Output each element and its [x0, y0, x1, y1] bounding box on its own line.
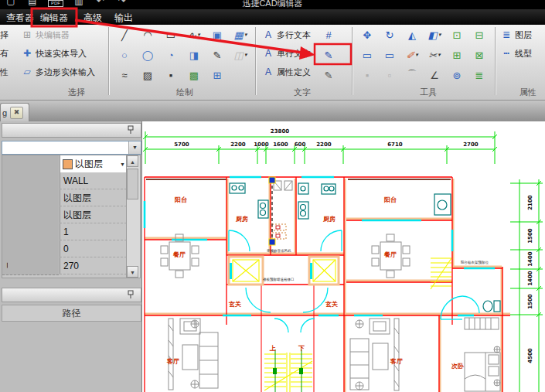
edit-attr-tool[interactable]: ✎ — [320, 66, 337, 84]
tab-advanced[interactable]: 高级 — [77, 11, 108, 25]
clipped-button-props[interactable]: 性 — [0, 66, 11, 78]
align-top-tool[interactable]: ▭ — [357, 46, 377, 63]
grip-top[interactable] — [269, 177, 275, 183]
document-tab-name: g — [2, 108, 7, 118]
dim-label: 2700 — [463, 141, 479, 148]
property-value-scale[interactable]: 1 — [60, 223, 127, 240]
grip-bottom[interactable] — [269, 239, 275, 245]
hatch-tool[interactable]: ▨ — [138, 66, 158, 84]
trim-tool[interactable]: ✂▾ — [424, 46, 445, 63]
dim-label: 1400 — [527, 251, 533, 267]
ellipse-tool[interactable]: ◯ — [138, 46, 158, 63]
region-tool[interactable]: ◫▾ — [230, 46, 250, 63]
add-db-tool[interactable]: ≣ — [469, 66, 489, 84]
dim-label: 6710 — [387, 141, 403, 148]
polygon-entity-input-button[interactable]: ▱ 多边形实体输入 — [22, 65, 95, 79]
tab-output[interactable]: 输出 — [108, 11, 139, 25]
viewport-tool[interactable]: ◧▾ — [424, 26, 445, 43]
pin-icon[interactable] — [127, 290, 135, 299]
dim-label: 2100 — [527, 195, 533, 210]
toilet — [483, 301, 500, 312]
group-separator — [255, 27, 256, 95]
bring-front-tool[interactable]: ⊡ — [447, 26, 467, 43]
property-value-angle[interactable]: 270 — [60, 257, 127, 274]
property-value-lineweight[interactable]: 以图层 — [60, 206, 127, 223]
fillet-tool[interactable]: ⌒ — [402, 66, 422, 84]
point-tool[interactable]: ▪ — [161, 66, 181, 84]
rectangle-tool[interactable]: ▭ — [161, 26, 181, 43]
block-editor-button[interactable]: ⊞ 块编辑器 — [22, 28, 70, 42]
polyline-tool[interactable]: ∿▾ — [184, 26, 204, 43]
chevron-down-icon: ▾ — [438, 32, 441, 38]
spline-tool[interactable]: ≈ — [114, 66, 135, 84]
room-label-dining-right: 餐厅 — [383, 251, 397, 258]
viewport-icon: ◧ — [428, 29, 438, 41]
group-tool[interactable]: ⊚ — [447, 66, 467, 84]
pencil-tool[interactable]: ✎ — [207, 46, 227, 63]
group-separator — [108, 27, 109, 95]
panel-scrollbar[interactable]: ▲ ▼ — [126, 155, 141, 278]
kitchen-fixtures-left — [230, 183, 268, 218]
attrdef-button[interactable]: A 属性定义 — [263, 65, 311, 79]
chevron-down-icon[interactable]: ▼ — [120, 162, 125, 167]
table-tool[interactable]: ⊞ — [207, 66, 227, 84]
arc-tool[interactable]: ◔ — [161, 46, 181, 63]
tab-editor[interactable]: 编辑器 — [34, 11, 74, 25]
rotate-tool[interactable]: ↻ — [380, 26, 400, 43]
edit-text-tool[interactable]: ✎ — [320, 46, 337, 63]
stext-button[interactable]: A 单行文本 — [263, 46, 311, 60]
line-tool[interactable]: ╱ — [114, 26, 135, 43]
block-import-tool[interactable]: ▣ — [207, 26, 227, 43]
send-back-tool[interactable]: ⊟ — [469, 26, 489, 43]
color-combobox[interactable]: 以图层 ▼ — [60, 155, 128, 172]
chevron-down-icon: ▾ — [244, 52, 247, 58]
room-label-entry-right: 玄关 — [325, 301, 338, 308]
chevron-down-icon[interactable]: ▼ — [128, 141, 141, 154]
linetype-button[interactable]: ┅ 线型 — [501, 46, 532, 60]
color-swatch — [63, 159, 73, 169]
property-filter-dropdown[interactable]: ▼ — [2, 141, 141, 155]
property-value-linetype[interactable]: 以图层 — [60, 189, 127, 206]
image-tool[interactable]: ▩ — [184, 66, 204, 84]
revcloud-tool[interactable]: ◠ — [138, 26, 158, 43]
document-tab-bar: g ✖ — [0, 101, 545, 122]
color-picker-tool[interactable]: ✐▾ — [402, 46, 422, 63]
property-value-layer[interactable]: WALL — [60, 172, 127, 189]
layers-icon: ≣ — [501, 29, 512, 40]
document-tab[interactable]: g ✖ — [0, 103, 29, 122]
block-editor-label: 块编辑器 — [36, 29, 70, 41]
mirror-tool[interactable]: ◭ — [402, 26, 422, 43]
drawing-canvas[interactable]: 23800 5700 2200 1000 1600 600 2200 6710 … — [142, 121, 545, 392]
order-up-tool[interactable]: ⊞ — [447, 46, 467, 63]
path-panel-title: 路径 — [2, 305, 141, 322]
layers-button[interactable]: ≣ 图层 — [501, 28, 532, 42]
property-label-cell — [2, 189, 59, 207]
order-down-tool[interactable]: ⊠ — [469, 46, 489, 63]
sofa-set-left — [169, 319, 218, 390]
property-grid: 以图层 ▼ WALL 以图层 以图层 1 0 270 刂 — [2, 155, 128, 278]
ribbon: 择 有 性 ⊞ 块编辑器 ✚ 快速实体导入 ▱ 多边形实体输入 选择 ╱ ◠ ▭… — [0, 25, 545, 101]
circle-tool[interactable]: ○ — [114, 46, 135, 63]
room-label-kitchen-right: 厨房 — [322, 215, 336, 223]
pin-icon[interactable] — [127, 125, 135, 135]
wipeout-tool[interactable]: ◨ — [184, 46, 204, 63]
clipped-button-select[interactable]: 择 — [0, 29, 11, 41]
close-icon[interactable]: ✖ — [10, 107, 23, 119]
boundary-tool[interactable]: ▦▾ — [230, 26, 250, 43]
clipped-button-all[interactable]: 有 — [0, 48, 11, 60]
property-value-thickness[interactable]: 0 — [60, 240, 127, 257]
dim-label: 2200 — [316, 141, 332, 148]
chamfer-tool[interactable]: ∠ — [424, 66, 445, 84]
quick-entity-import-button[interactable]: ✚ 快速实体导入 — [22, 46, 87, 60]
scroll-down-icon[interactable]: ▼ — [127, 266, 138, 278]
room-label-living-left: 客厅 — [166, 357, 179, 365]
scroll-up-icon[interactable]: ▲ — [127, 155, 138, 167]
dim-label: 1400 — [527, 271, 533, 286]
linetype-label: 线型 — [515, 48, 532, 60]
align-bottom-tool[interactable]: ▭ — [380, 46, 400, 63]
mtext-button[interactable]: A 多行文本 — [263, 28, 311, 42]
field-tool[interactable]: # — [320, 26, 337, 43]
dim-total: 23800 — [271, 128, 289, 135]
move-tool[interactable]: ✥ — [357, 26, 377, 43]
scrollbar-thumb[interactable] — [127, 169, 138, 199]
